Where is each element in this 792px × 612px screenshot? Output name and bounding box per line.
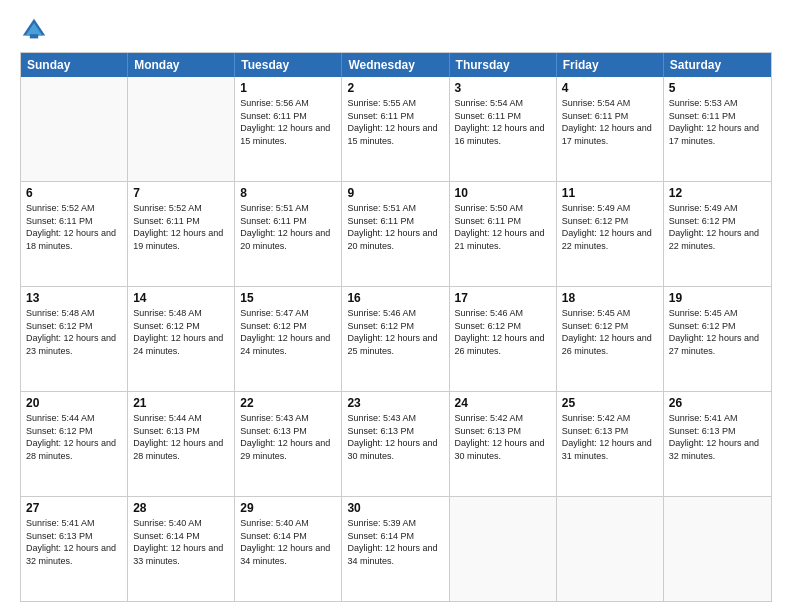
day-number: 29	[240, 501, 336, 515]
day-number: 6	[26, 186, 122, 200]
calendar-cell: 10Sunrise: 5:50 AMSunset: 6:11 PMDayligh…	[450, 182, 557, 286]
sun-info: Sunrise: 5:53 AMSunset: 6:11 PMDaylight:…	[669, 97, 766, 147]
logo	[20, 16, 52, 44]
calendar-cell: 28Sunrise: 5:40 AMSunset: 6:14 PMDayligh…	[128, 497, 235, 601]
day-number: 2	[347, 81, 443, 95]
day-number: 8	[240, 186, 336, 200]
sun-info: Sunrise: 5:52 AMSunset: 6:11 PMDaylight:…	[26, 202, 122, 252]
sun-info: Sunrise: 5:48 AMSunset: 6:12 PMDaylight:…	[133, 307, 229, 357]
calendar-cell	[664, 497, 771, 601]
calendar-cell	[21, 77, 128, 181]
sun-info: Sunrise: 5:43 AMSunset: 6:13 PMDaylight:…	[347, 412, 443, 462]
sun-info: Sunrise: 5:47 AMSunset: 6:12 PMDaylight:…	[240, 307, 336, 357]
calendar-cell: 17Sunrise: 5:46 AMSunset: 6:12 PMDayligh…	[450, 287, 557, 391]
day-number: 14	[133, 291, 229, 305]
calendar-cell: 7Sunrise: 5:52 AMSunset: 6:11 PMDaylight…	[128, 182, 235, 286]
weekday-header-monday: Monday	[128, 53, 235, 77]
day-number: 27	[26, 501, 122, 515]
day-number: 26	[669, 396, 766, 410]
weekday-header-tuesday: Tuesday	[235, 53, 342, 77]
calendar-row-3: 20Sunrise: 5:44 AMSunset: 6:12 PMDayligh…	[21, 391, 771, 496]
day-number: 7	[133, 186, 229, 200]
calendar: SundayMondayTuesdayWednesdayThursdayFrid…	[20, 52, 772, 602]
day-number: 22	[240, 396, 336, 410]
sun-info: Sunrise: 5:49 AMSunset: 6:12 PMDaylight:…	[562, 202, 658, 252]
page: SundayMondayTuesdayWednesdayThursdayFrid…	[0, 0, 792, 612]
weekday-header-friday: Friday	[557, 53, 664, 77]
sun-info: Sunrise: 5:40 AMSunset: 6:14 PMDaylight:…	[240, 517, 336, 567]
calendar-cell	[557, 497, 664, 601]
calendar-row-0: 1Sunrise: 5:56 AMSunset: 6:11 PMDaylight…	[21, 77, 771, 181]
calendar-cell: 6Sunrise: 5:52 AMSunset: 6:11 PMDaylight…	[21, 182, 128, 286]
calendar-cell: 16Sunrise: 5:46 AMSunset: 6:12 PMDayligh…	[342, 287, 449, 391]
day-number: 4	[562, 81, 658, 95]
day-number: 24	[455, 396, 551, 410]
calendar-cell: 2Sunrise: 5:55 AMSunset: 6:11 PMDaylight…	[342, 77, 449, 181]
sun-info: Sunrise: 5:39 AMSunset: 6:14 PMDaylight:…	[347, 517, 443, 567]
calendar-cell	[450, 497, 557, 601]
sun-info: Sunrise: 5:49 AMSunset: 6:12 PMDaylight:…	[669, 202, 766, 252]
day-number: 13	[26, 291, 122, 305]
sun-info: Sunrise: 5:51 AMSunset: 6:11 PMDaylight:…	[347, 202, 443, 252]
weekday-header-thursday: Thursday	[450, 53, 557, 77]
calendar-cell: 21Sunrise: 5:44 AMSunset: 6:13 PMDayligh…	[128, 392, 235, 496]
calendar-cell: 12Sunrise: 5:49 AMSunset: 6:12 PMDayligh…	[664, 182, 771, 286]
weekday-header-sunday: Sunday	[21, 53, 128, 77]
sun-info: Sunrise: 5:54 AMSunset: 6:11 PMDaylight:…	[562, 97, 658, 147]
calendar-row-2: 13Sunrise: 5:48 AMSunset: 6:12 PMDayligh…	[21, 286, 771, 391]
day-number: 30	[347, 501, 443, 515]
day-number: 19	[669, 291, 766, 305]
sun-info: Sunrise: 5:50 AMSunset: 6:11 PMDaylight:…	[455, 202, 551, 252]
calendar-cell: 3Sunrise: 5:54 AMSunset: 6:11 PMDaylight…	[450, 77, 557, 181]
logo-icon	[20, 16, 48, 44]
day-number: 28	[133, 501, 229, 515]
day-number: 15	[240, 291, 336, 305]
day-number: 1	[240, 81, 336, 95]
calendar-cell	[128, 77, 235, 181]
calendar-cell: 29Sunrise: 5:40 AMSunset: 6:14 PMDayligh…	[235, 497, 342, 601]
sun-info: Sunrise: 5:42 AMSunset: 6:13 PMDaylight:…	[562, 412, 658, 462]
calendar-cell: 25Sunrise: 5:42 AMSunset: 6:13 PMDayligh…	[557, 392, 664, 496]
day-number: 25	[562, 396, 658, 410]
weekday-header-saturday: Saturday	[664, 53, 771, 77]
sun-info: Sunrise: 5:45 AMSunset: 6:12 PMDaylight:…	[669, 307, 766, 357]
calendar-body: 1Sunrise: 5:56 AMSunset: 6:11 PMDaylight…	[21, 77, 771, 601]
calendar-cell: 27Sunrise: 5:41 AMSunset: 6:13 PMDayligh…	[21, 497, 128, 601]
calendar-cell: 24Sunrise: 5:42 AMSunset: 6:13 PMDayligh…	[450, 392, 557, 496]
calendar-cell: 13Sunrise: 5:48 AMSunset: 6:12 PMDayligh…	[21, 287, 128, 391]
calendar-cell: 5Sunrise: 5:53 AMSunset: 6:11 PMDaylight…	[664, 77, 771, 181]
calendar-cell: 9Sunrise: 5:51 AMSunset: 6:11 PMDaylight…	[342, 182, 449, 286]
sun-info: Sunrise: 5:45 AMSunset: 6:12 PMDaylight:…	[562, 307, 658, 357]
day-number: 3	[455, 81, 551, 95]
calendar-cell: 11Sunrise: 5:49 AMSunset: 6:12 PMDayligh…	[557, 182, 664, 286]
day-number: 16	[347, 291, 443, 305]
calendar-cell: 22Sunrise: 5:43 AMSunset: 6:13 PMDayligh…	[235, 392, 342, 496]
sun-info: Sunrise: 5:46 AMSunset: 6:12 PMDaylight:…	[455, 307, 551, 357]
weekday-header-wednesday: Wednesday	[342, 53, 449, 77]
sun-info: Sunrise: 5:41 AMSunset: 6:13 PMDaylight:…	[669, 412, 766, 462]
calendar-row-4: 27Sunrise: 5:41 AMSunset: 6:13 PMDayligh…	[21, 496, 771, 601]
sun-info: Sunrise: 5:54 AMSunset: 6:11 PMDaylight:…	[455, 97, 551, 147]
sun-info: Sunrise: 5:40 AMSunset: 6:14 PMDaylight:…	[133, 517, 229, 567]
day-number: 23	[347, 396, 443, 410]
sun-info: Sunrise: 5:51 AMSunset: 6:11 PMDaylight:…	[240, 202, 336, 252]
sun-info: Sunrise: 5:55 AMSunset: 6:11 PMDaylight:…	[347, 97, 443, 147]
sun-info: Sunrise: 5:44 AMSunset: 6:12 PMDaylight:…	[26, 412, 122, 462]
sun-info: Sunrise: 5:56 AMSunset: 6:11 PMDaylight:…	[240, 97, 336, 147]
sun-info: Sunrise: 5:42 AMSunset: 6:13 PMDaylight:…	[455, 412, 551, 462]
svg-rect-2	[30, 34, 38, 38]
sun-info: Sunrise: 5:46 AMSunset: 6:12 PMDaylight:…	[347, 307, 443, 357]
day-number: 17	[455, 291, 551, 305]
header	[20, 16, 772, 44]
day-number: 20	[26, 396, 122, 410]
calendar-cell: 15Sunrise: 5:47 AMSunset: 6:12 PMDayligh…	[235, 287, 342, 391]
sun-info: Sunrise: 5:41 AMSunset: 6:13 PMDaylight:…	[26, 517, 122, 567]
sun-info: Sunrise: 5:43 AMSunset: 6:13 PMDaylight:…	[240, 412, 336, 462]
calendar-row-1: 6Sunrise: 5:52 AMSunset: 6:11 PMDaylight…	[21, 181, 771, 286]
calendar-cell: 30Sunrise: 5:39 AMSunset: 6:14 PMDayligh…	[342, 497, 449, 601]
day-number: 12	[669, 186, 766, 200]
day-number: 10	[455, 186, 551, 200]
sun-info: Sunrise: 5:48 AMSunset: 6:12 PMDaylight:…	[26, 307, 122, 357]
calendar-cell: 14Sunrise: 5:48 AMSunset: 6:12 PMDayligh…	[128, 287, 235, 391]
calendar-cell: 8Sunrise: 5:51 AMSunset: 6:11 PMDaylight…	[235, 182, 342, 286]
